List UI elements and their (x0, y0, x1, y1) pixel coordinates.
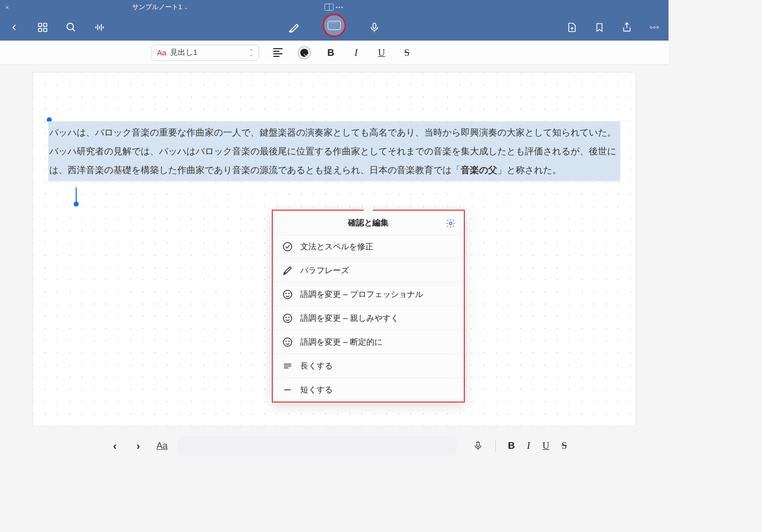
svg-point-16 (653, 26, 655, 28)
menu-item-6[interactable]: 短くする (273, 378, 464, 402)
svg-point-4 (67, 23, 74, 30)
svg-rect-1 (44, 23, 47, 26)
bottom-strike-button[interactable]: S (561, 440, 567, 451)
italic-button[interactable]: I (351, 47, 362, 58)
text-format-shortcut[interactable]: Aa (156, 441, 168, 451)
keyboard-tool-button[interactable] (323, 14, 346, 37)
menu-item-3[interactable]: 語調を変更 – 親しみやすく (273, 307, 464, 330)
menu-item-label: 語調を変更 – プロフェッショナル (300, 289, 423, 300)
keyboard-icon (328, 21, 341, 30)
canvas-area: バッハは、バロック音楽の重要な作曲家の一人で、鍵盤楽器の演奏家としても高名であり… (0, 65, 669, 434)
bottom-italic-button[interactable]: I (527, 440, 530, 451)
top-toolbar (0, 14, 669, 41)
back-button[interactable] (7, 20, 21, 35)
menu-item-label: 短くする (300, 385, 333, 395)
menu-pointer (363, 206, 373, 211)
pen-tool-button[interactable] (287, 20, 301, 35)
document-title[interactable]: サンプルノート1 ⌄ (132, 3, 188, 12)
svg-rect-11 (373, 23, 376, 28)
pen-icon (282, 265, 293, 276)
redo-button[interactable] (91, 46, 106, 60)
menu-item-label: パラフレーズ (300, 265, 349, 276)
menu-item-label: 語調を変更 – 親しみやすく (300, 313, 399, 324)
svg-point-28 (286, 341, 287, 342)
align-button[interactable] (272, 47, 283, 58)
menu-item-label: 長くする (300, 361, 333, 372)
document-name: サンプルノート1 (132, 3, 182, 12)
text-color-button[interactable] (298, 46, 311, 59)
svg-point-23 (289, 293, 289, 294)
document-page[interactable]: バッハは、バロック音楽の重要な作曲家の一人で、鍵盤楽器の演奏家としても高名であり… (33, 72, 636, 426)
svg-line-5 (73, 29, 75, 31)
mic-icon[interactable] (473, 441, 483, 451)
text-after: 」と称された。 (497, 165, 561, 175)
next-button[interactable]: › (130, 438, 146, 454)
svg-point-19 (283, 243, 292, 251)
close-icon[interactable]: × (5, 4, 9, 11)
select-caret-icon: ⌃⌄ (249, 50, 253, 56)
svg-point-22 (286, 293, 287, 294)
smile-icon (282, 337, 293, 348)
svg-point-18 (450, 222, 452, 224)
strikethrough-button[interactable]: S (401, 47, 412, 58)
right-toolbar-group (565, 20, 661, 35)
bottom-right-group: B I U S (473, 440, 567, 452)
menu-item-0[interactable]: 文法とスペルを修正 (273, 235, 464, 259)
menu-item-4[interactable]: 語調を変更 – 断定的に (273, 330, 464, 354)
svg-point-24 (283, 314, 292, 323)
split-view-icon (325, 4, 334, 11)
search-button[interactable] (64, 20, 78, 35)
svg-point-21 (283, 290, 292, 299)
svg-rect-2 (39, 28, 42, 31)
underline-button[interactable]: U (376, 47, 387, 58)
multitasking-control[interactable]: ••• (325, 4, 344, 11)
window-titlebar: × サンプルノート1 ⌄ ••• (0, 0, 669, 14)
svg-point-25 (286, 317, 287, 318)
grid-view-button[interactable] (36, 20, 50, 35)
align-left-icon (273, 48, 282, 57)
lines-icon (282, 360, 293, 372)
audio-waveform-button[interactable] (92, 20, 107, 35)
add-page-button[interactable] (565, 20, 579, 35)
format-toolbar: Aa 見出し1 ⌃⌄ B I U S (0, 41, 669, 65)
selected-text-block[interactable]: バッハは、バロック音楽の重要な作曲家の一人で、鍵盤楽器の演奏家としても高名であり… (48, 121, 620, 181)
smile-icon (282, 289, 293, 300)
minus-icon (282, 384, 293, 395)
menu-item-label: 語調を変更 – 断定的に (300, 337, 383, 348)
paragraph-style-select[interactable]: Aa 見出し1 ⌃⌄ (151, 45, 259, 61)
text-bold: 音楽の父 (461, 165, 497, 175)
prev-button[interactable]: ‹ (107, 438, 123, 454)
dots-icon: ••• (336, 5, 344, 10)
ai-edit-menu: 確認と編集 文法とスペルを修正パラフレーズ語調を変更 – プロフェッショナル語調… (272, 210, 465, 403)
smile-icon (282, 313, 293, 324)
menu-title: 確認と編集 (348, 218, 389, 228)
svg-point-17 (657, 26, 659, 28)
bottom-input-bar: ‹ › Aa B I U S (0, 434, 669, 458)
color-swatch-icon (300, 49, 308, 57)
menu-item-1[interactable]: パラフレーズ (273, 259, 464, 283)
svg-rect-34 (477, 442, 479, 447)
svg-point-15 (650, 26, 652, 28)
menu-item-2[interactable]: 語調を変更 – プロフェッショナル (273, 283, 464, 307)
menu-item-5[interactable]: 長くする (273, 354, 464, 378)
selection-handle-end[interactable] (74, 202, 79, 207)
separator (495, 440, 496, 452)
bold-button[interactable]: B (325, 47, 336, 58)
menu-item-label: 文法とスペルを修正 (300, 242, 373, 252)
undo-redo-group (64, 46, 106, 60)
share-button[interactable] (620, 20, 634, 35)
quick-input-field[interactable] (178, 436, 457, 456)
bottom-bold-button[interactable]: B (508, 440, 515, 451)
svg-point-29 (289, 341, 289, 342)
gear-icon[interactable] (446, 218, 456, 228)
center-input-tools (287, 16, 382, 39)
undo-button[interactable] (64, 46, 78, 60)
microphone-button[interactable] (367, 20, 382, 35)
bookmark-button[interactable] (592, 20, 607, 35)
text-style-icon: Aa (157, 48, 166, 57)
svg-point-26 (289, 317, 289, 318)
more-button[interactable] (647, 20, 661, 35)
bottom-underline-button[interactable]: U (543, 440, 550, 451)
menu-header: 確認と編集 (273, 211, 464, 235)
format-buttons-group: B I U S (272, 46, 412, 59)
